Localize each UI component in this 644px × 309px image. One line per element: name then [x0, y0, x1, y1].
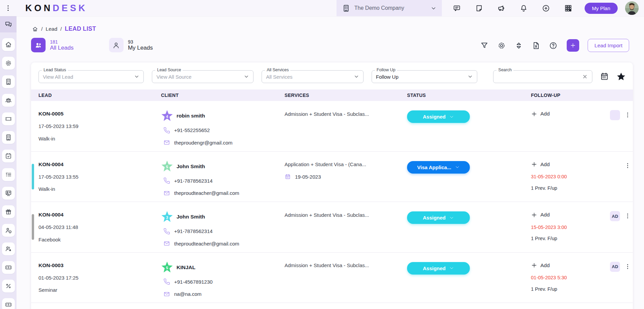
status-dropdown-button[interactable]: Assigned [407, 110, 470, 123]
lead-id[interactable]: KON-0003 [38, 262, 155, 269]
avatar[interactable] [625, 1, 639, 15]
tab-all-leads[interactable]: 181 All Leads [31, 38, 74, 52]
help-icon[interactable] [549, 41, 558, 50]
client-name[interactable]: John Smith [177, 163, 205, 170]
client-name[interactable]: John Smith [177, 214, 205, 220]
row-menu-kebab-icon[interactable] [624, 112, 631, 118]
logo-part2: DESK [53, 3, 87, 13]
filter-funnel-icon[interactable] [480, 41, 489, 50]
services-value: All Services [266, 74, 354, 80]
plus-circle-icon[interactable] [542, 4, 550, 12]
lead-id[interactable]: KON-0005 [38, 110, 155, 118]
sidebar-item-payments[interactable] [2, 261, 15, 274]
breadcrumb-home-icon[interactable] [32, 26, 38, 32]
plus-icon [531, 262, 537, 268]
client-phone: +91-7878562314 [174, 178, 213, 184]
nav-menu-kebab-icon[interactable] [4, 4, 12, 12]
lead-datetime: 17-05-2023 13:55 [38, 173, 155, 180]
lead-source-select[interactable]: Lead Source View All Source [152, 70, 253, 83]
sidebar-item-training[interactable] [2, 187, 15, 200]
lead-id[interactable]: KON-0004 [38, 161, 155, 168]
add-lead-button[interactable] [567, 39, 579, 52]
header-services: SERVICES [285, 93, 407, 98]
add-followup-button[interactable]: Add [531, 262, 567, 269]
phone-icon [163, 278, 170, 285]
chevron-down-icon [467, 74, 473, 79]
calendar-icon[interactable] [600, 72, 609, 81]
search-input[interactable] [498, 74, 582, 80]
sidebar-item-chat[interactable] [0, 16, 17, 32]
sidebar-item-finance[interactable] [2, 298, 15, 309]
my-plan-button[interactable]: My Plan [585, 3, 618, 14]
phone-icon [163, 228, 170, 235]
sort-icon[interactable] [514, 41, 523, 50]
sidebar-item-tasks[interactable] [2, 168, 15, 181]
sidebar-item-office[interactable] [2, 131, 15, 144]
client-phone: +91-7878562314 [174, 228, 213, 234]
sidebar-item-home[interactable] [2, 38, 15, 51]
lead-status-select[interactable]: Lead Status View All Lead [38, 70, 144, 83]
sidebar-item-organization[interactable] [2, 75, 15, 88]
assignee-badge[interactable]: AD [610, 211, 620, 221]
tab-my-leads[interactable]: 93 My Leads [109, 38, 153, 52]
people-group-icon [5, 97, 12, 104]
row-menu-kebab-icon[interactable] [624, 162, 631, 169]
my-leads-label: My Leads [128, 45, 153, 51]
sidebar-item-appointments[interactable] [2, 150, 15, 162]
mail-icon [163, 190, 170, 197]
client-email: theproudengr@gmail.com [174, 140, 233, 146]
status-dropdown-button[interactable]: Assigned [407, 262, 470, 275]
assignee-badge[interactable]: AD [610, 262, 620, 272]
sidebar-item-team[interactable] [2, 94, 15, 107]
followup-date: 31-05-2023 0:00 [531, 173, 567, 180]
client-email: theproudteacher@gmail.com [174, 241, 239, 247]
checklist-icon [5, 171, 12, 178]
breadcrumb-current: LEAD LIST [65, 25, 96, 32]
sidebar-item-settings[interactable] [2, 57, 15, 70]
sidebar-item-tickets[interactable] [2, 112, 15, 125]
sidebar-item-commission[interactable] [2, 280, 15, 292]
follow-up-select[interactable]: Follow Up Follow Up [372, 70, 477, 83]
services-select[interactable]: All Services All Services [262, 70, 364, 83]
client-name[interactable]: robin smith [177, 113, 205, 119]
lead-source: Walk-in [38, 185, 155, 193]
assignee-badge[interactable] [610, 110, 620, 120]
lead-status-value: View All Lead [43, 74, 134, 80]
clear-search-icon[interactable] [582, 74, 588, 80]
company-selector[interactable]: The Demo Company [337, 0, 442, 16]
lead-id[interactable]: KON-0004 [38, 211, 155, 218]
favorite-star-icon[interactable] [616, 72, 626, 82]
status-dropdown-button[interactable]: Visa Applica... [407, 161, 470, 174]
chevron-down-icon [244, 74, 249, 79]
bell-icon[interactable] [519, 4, 528, 12]
row-menu-kebab-icon[interactable] [624, 263, 631, 270]
banknote-icon [5, 264, 12, 271]
sidebar-item-user-management[interactable] [2, 242, 15, 255]
megaphone-icon[interactable] [497, 4, 506, 12]
column-settings-gear-icon[interactable] [497, 41, 506, 50]
excel-export-icon[interactable] [532, 41, 540, 50]
apps-grid-icon[interactable] [564, 4, 572, 12]
note-icon[interactable] [475, 4, 483, 12]
table-row: KON-0004 17-05-2023 13:55 Walk-in 5 John… [31, 152, 633, 202]
client-name[interactable]: KINJAL [177, 264, 195, 271]
header-client: CLIENT [161, 93, 285, 98]
follow-up-value: Follow Up [376, 74, 467, 80]
row-menu-kebab-icon[interactable] [624, 213, 631, 219]
chat-icon[interactable] [453, 4, 461, 12]
followup-date: 01-05-2023 5:30 [531, 274, 567, 281]
lead-import-button[interactable]: Lead Import [588, 39, 629, 52]
add-followup-button[interactable]: Add [531, 161, 567, 168]
sidebar-item-agent-security[interactable] [2, 224, 15, 237]
my-leads-count: 93 [128, 39, 153, 45]
add-followup-button[interactable]: Add [531, 110, 550, 118]
add-followup-button[interactable]: Add [531, 211, 567, 218]
row-accent-bar [32, 164, 34, 189]
status-dropdown-button[interactable]: Assigned [407, 211, 470, 224]
mail-icon [163, 240, 170, 247]
chevron-down-icon [449, 266, 454, 271]
breadcrumb-lead[interactable]: Lead [46, 26, 57, 32]
table-row: KON-0004 04-05-2023 11:48 Facebook 3 Joh… [31, 202, 633, 253]
people-gear-icon [5, 245, 12, 253]
sidebar-item-rewards[interactable] [2, 205, 15, 218]
